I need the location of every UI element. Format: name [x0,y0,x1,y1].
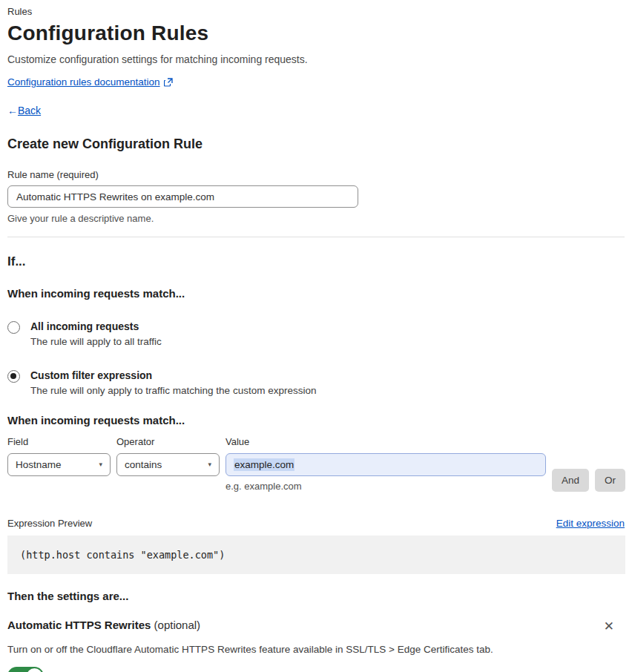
expression-builder-row: Field Hostname ▾ Operator contains ▾ Val… [7,436,625,492]
external-link-icon [164,78,173,87]
rule-name-helper: Give your rule a descriptive name. [7,213,625,224]
field-label: Field [7,436,111,447]
setting-card-title: Automatic HTTPS Rewrites (optional) [7,619,200,631]
radio-button-custom-filter[interactable] [7,370,20,383]
radio-label-all-requests: All incoming requests [30,320,162,332]
expression-preview-box: (http.host contains "example.com") [7,536,625,574]
radio-desc-all-requests: The rule will apply to all traffic [30,336,162,347]
page-subtitle: Customize configuration settings for mat… [7,53,625,65]
operator-select[interactable]: contains ▾ [116,453,220,476]
section-divider [7,237,625,237]
page-title: Configuration Rules [7,22,625,45]
automatic-https-rewrites-toggle[interactable]: ✓ [7,667,44,672]
rule-name-input[interactable] [7,185,358,208]
or-button[interactable]: Or [595,469,625,492]
expression-builder-heading: When incoming requests match... [7,414,625,426]
back-arrow-icon: ← [7,105,18,116]
expression-preview-label: Expression Preview [7,518,92,529]
toggle-knob [27,668,42,672]
value-label: Value [226,436,546,447]
setting-description: Turn on or off the Cloudflare Automatic … [7,644,625,655]
radio-desc-custom-filter: The rule will only apply to traffic matc… [30,385,316,396]
expression-code: (http.host contains "example.com") [20,549,225,561]
breadcrumb: Rules [7,6,625,17]
radio-option-all-requests[interactable]: All incoming requests The rule will appl… [7,320,625,347]
field-select[interactable]: Hostname ▾ [7,453,111,476]
setting-optional-tag: (optional) [154,619,201,631]
documentation-link[interactable]: Configuration rules documentation [7,76,160,88]
setting-card-automatic-https-rewrites: Automatic HTTPS Rewrites (optional) ✕ Tu… [7,619,625,672]
match-type-heading: When incoming requests match... [7,287,625,300]
edit-expression-link[interactable]: Edit expression [556,518,625,529]
setting-title: Automatic HTTPS Rewrites [7,619,151,631]
operator-label: Operator [116,436,220,447]
create-rule-heading: Create new Configuration Rule [7,136,625,152]
radio-option-custom-filter[interactable]: Custom filter expression The rule will o… [7,369,625,396]
field-select-value: Hostname [16,459,62,470]
value-input-text: example.com [234,458,294,471]
rule-name-label: Rule name (required) [7,169,625,180]
and-button[interactable]: And [552,469,589,492]
configuration-rules-page: Rules Configuration Rules Customize conf… [0,0,632,672]
close-icon[interactable]: ✕ [599,619,619,634]
value-input[interactable]: example.com [226,453,546,476]
value-helper: e.g. example.com [226,481,546,492]
back-link-label: Back [18,105,41,116]
radio-label-custom-filter: Custom filter expression [30,369,316,381]
chevron-down-icon: ▾ [99,461,102,468]
chevron-down-icon: ▾ [208,461,211,468]
then-settings-heading: Then the settings are... [7,590,625,602]
if-heading: If... [7,254,625,269]
operator-select-value: contains [125,459,162,470]
back-link[interactable]: ←Back [7,105,41,116]
radio-button-all-requests[interactable] [7,321,20,334]
